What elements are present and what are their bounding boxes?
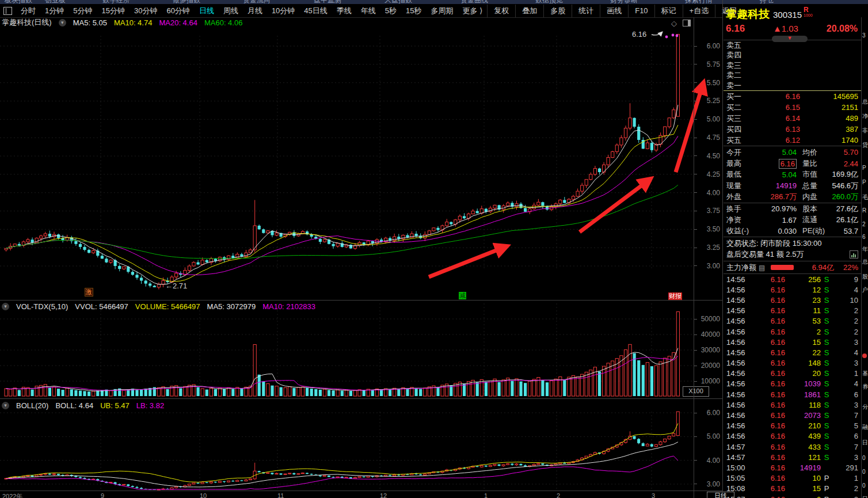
event-badge[interactable]: 减 [459, 292, 466, 299]
bid-row[interactable]: 买五6.121740 [724, 135, 861, 146]
boll-header-label: BOLL: 4.64 [55, 401, 93, 410]
top-menu-item[interactable]: 资金流向 [243, 0, 271, 4]
top-menu-item[interactable]: 资金曲线 [460, 0, 488, 4]
trade-volume: 256 [785, 275, 821, 284]
toolbar-button[interactable]: 多股 [543, 5, 572, 17]
toolbar-button[interactable]: 标记 [654, 5, 683, 17]
timeframe-button[interactable]: 日线 [195, 6, 219, 16]
clipped-char: 3 [862, 32, 866, 39]
top-menu-item[interactable]: 盘中监测 [314, 0, 341, 4]
ma-value-label: MA20: 4.64 [159, 18, 197, 27]
time-axis-label: 1 [484, 492, 488, 498]
timeframe-button[interactable]: 5秒 [380, 6, 401, 16]
axis-tick-label: 4.00 [696, 457, 720, 465]
daily-candlestick-chart[interactable] [0, 17, 722, 299]
toolbar-button[interactable]: 统计 [572, 5, 600, 17]
bid-row[interactable]: 买三6.14489 [724, 113, 861, 124]
top-menu-item[interactable]: 板块指数 [5, 0, 32, 4]
volume-bar-chart[interactable] [0, 301, 722, 397]
ask-row[interactable]: 卖四 [724, 50, 861, 60]
ask-row[interactable]: 卖二 [724, 70, 861, 80]
chevron-down-icon[interactable]: ▾ [2, 303, 9, 310]
axis-tick-label: 50000 [696, 315, 720, 323]
event-badge[interactable]: 财报 [668, 292, 682, 300]
time-axis-label: 10 [200, 492, 207, 498]
top-menu-item[interactable]: 创业板 [45, 0, 66, 4]
toolbar-actions: 复权叠加多股统计画线F10标记+自选返回 [487, 4, 743, 17]
chevron-down-icon[interactable]: ▾ [59, 19, 66, 26]
toolbar-button[interactable]: 画线 [600, 5, 628, 17]
trade-time: 14:57 [726, 453, 753, 462]
trade-row: 14:566.1611S2 [724, 306, 861, 316]
trade-price: 6.16 [753, 359, 785, 367]
stat-row: 收益(-)0.030PE(动)53.7 [724, 226, 861, 237]
timeframe-button[interactable]: 15分钟 [97, 6, 129, 16]
top-menu-item[interactable]: 持仓 [760, 0, 774, 4]
trade-volume: 14919 [785, 463, 821, 472]
trade-price: 6.16 [753, 348, 785, 357]
top-menu-item[interactable]: 做多指数 [173, 0, 200, 4]
tick-trade-list[interactable]: 14:566.16256S914:566.1612S414:566.1623S1… [724, 274, 861, 498]
timeframe-button[interactable]: 45日线 [299, 6, 332, 16]
chevron-down-icon[interactable]: ▾ [2, 402, 9, 409]
top-menu-item[interactable]: 财务诊断 [610, 0, 638, 4]
timeframe-button[interactable]: 60分钟 [162, 6, 194, 16]
trade-time: 14:56 [726, 317, 753, 325]
tdx-app-window: 板块指数创业板数字经济做多指数资金流向盘中监测大盘指数资金曲线数据预览财务诊断探… [0, 0, 868, 498]
clipped-char: 2 [862, 221, 866, 227]
toolbar-button[interactable]: 复权 [487, 5, 515, 17]
toolbar-button[interactable]: 叠加 [515, 5, 543, 17]
orderbook-collapse-button[interactable]: ▼ [772, 36, 808, 42]
stat-label: 收益(-) [726, 226, 760, 236]
trade-time: 14:56 [726, 421, 753, 430]
timeframe-button[interactable]: 季线 [332, 6, 356, 16]
toolbar-button[interactable]: +自选 [683, 5, 715, 17]
axis-tick-label: 5.50 [696, 79, 720, 87]
top-menu-item[interactable]: 数字经济 [102, 0, 130, 4]
panel-toggle-icon[interactable] [683, 20, 691, 26]
clipped-char: 股 [862, 273, 868, 281]
timeframe-button[interactable]: 年线 [356, 6, 380, 16]
bar-chart-icon[interactable] [850, 250, 858, 258]
top-menu-item[interactable]: 数据预览 [535, 0, 563, 4]
bid-levels: 买一6.16145695买二6.152151买三6.14489买四6.13387… [724, 91, 861, 146]
clipped-char: 0 [862, 469, 866, 475]
ask-row[interactable]: 卖一 [724, 81, 861, 90]
timeframe-button[interactable]: 更多 ⟩ [458, 6, 488, 16]
timeframe-button[interactable]: 5分钟 [68, 6, 97, 16]
time-axis-label: 3 [652, 492, 655, 498]
trade-time: 14:57 [726, 443, 753, 451]
timeframe-button[interactable]: 1分钟 [40, 6, 68, 16]
bid-row[interactable]: 买四6.13387 [724, 124, 861, 135]
stat-value: 5.04 [760, 148, 797, 157]
stat-label: 最低 [726, 169, 760, 180]
timeframe-button[interactable]: 15秒 [401, 6, 426, 16]
ask-levels: 卖五卖四卖三卖二卖一 [724, 40, 861, 91]
bid-row[interactable]: 买二6.152151 [724, 102, 861, 113]
boll-chart[interactable] [0, 410, 722, 491]
top-menu-item[interactable]: 大盘指数 [384, 0, 412, 4]
stock-name[interactable]: 掌趣科技 [726, 8, 770, 20]
top-menu-item[interactable]: 探索行情 [685, 0, 713, 4]
ask-row[interactable]: 卖三 [724, 60, 861, 70]
stat-value: 14919 [760, 181, 797, 190]
trade-price: 6.16 [753, 286, 785, 294]
timeframe-button[interactable]: 多周期 [427, 6, 458, 16]
bid-row[interactable]: 买一6.16145695 [724, 91, 861, 102]
timeframe-button[interactable]: 30分钟 [130, 6, 162, 16]
list-icon[interactable]: ▤ [759, 264, 765, 272]
axis-tick-label: 10000 [696, 377, 720, 385]
layout-toggle-icon[interactable] [3, 7, 12, 15]
trade-volume: 439 [785, 432, 821, 440]
event-badge[interactable]: 激 [85, 288, 93, 296]
toolbar-button[interactable]: F10 [628, 5, 654, 17]
timeframe-button[interactable]: 月线 [243, 6, 267, 16]
trade-row: 14:566.1612S4 [724, 284, 861, 295]
ask-label: 卖二 [726, 70, 751, 81]
timeframe-button[interactable]: 分时 [16, 6, 40, 16]
timeframe-button[interactable]: 周线 [219, 6, 243, 16]
time-axis-label: 2 [557, 492, 560, 498]
trade-time: 15:27 [726, 495, 753, 498]
timeframe-button[interactable]: 10分钟 [267, 6, 299, 16]
chevron-down-icon: ▼ [787, 35, 793, 41]
